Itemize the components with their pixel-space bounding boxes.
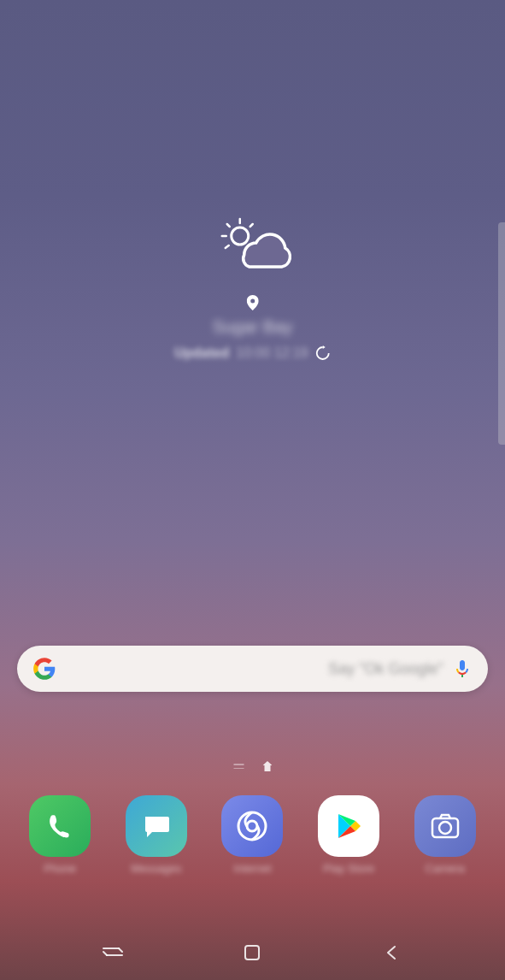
svg-rect-10 xyxy=(245,946,259,959)
app-label: Phone xyxy=(44,862,77,875)
back-icon xyxy=(383,943,402,962)
recents-icon xyxy=(102,945,124,960)
page-indicator[interactable] xyxy=(233,761,272,771)
refresh-icon[interactable] xyxy=(315,345,331,361)
app-label: Play Store xyxy=(323,862,374,875)
svg-point-6 xyxy=(238,812,266,840)
location-name: Sugar Bay xyxy=(213,317,292,337)
app-label: Camera xyxy=(426,862,465,875)
dock: Phone Messages Internet Play Stor xyxy=(0,795,505,875)
messages-icon xyxy=(126,795,187,857)
internet-app[interactable]: Internet xyxy=(221,795,283,875)
update-time: 10:00 12:19 xyxy=(236,345,308,361)
play-store-icon xyxy=(318,795,379,857)
update-label: Updated xyxy=(174,345,229,361)
weather-update-row: Updated 10:00 12:19 xyxy=(174,345,331,361)
app-label: Messages xyxy=(131,862,181,875)
google-logo-icon xyxy=(32,657,56,681)
location-area: Sugar Bay Updated 10:00 12:19 xyxy=(174,295,331,361)
google-search-bar[interactable]: Say "Ok Google" xyxy=(17,646,488,692)
svg-line-4 xyxy=(226,245,229,248)
home-icon xyxy=(243,943,261,962)
search-placeholder: Say "Ok Google" xyxy=(56,660,452,678)
app-label: Internet xyxy=(233,862,271,875)
camera-app[interactable]: Camera xyxy=(414,795,476,875)
edge-panel-handle[interactable] xyxy=(498,222,505,445)
home-button[interactable] xyxy=(239,940,265,965)
camera-icon xyxy=(414,795,476,857)
svg-point-5 xyxy=(232,227,249,245)
internet-icon xyxy=(221,795,283,857)
phone-icon xyxy=(29,795,91,857)
play-store-app[interactable]: Play Store xyxy=(318,795,379,875)
svg-point-9 xyxy=(439,822,451,834)
home-page-indicator-icon xyxy=(262,761,272,771)
svg-line-1 xyxy=(227,224,230,227)
phone-app[interactable]: Phone xyxy=(29,795,91,875)
weather-widget[interactable]: Sugar Bay Updated 10:00 12:19 xyxy=(174,214,331,361)
navigation-bar xyxy=(0,924,505,980)
svg-point-7 xyxy=(247,821,257,831)
apps-page-indicator-icon xyxy=(233,764,244,769)
partly-cloudy-icon xyxy=(210,214,296,274)
location-pin-icon xyxy=(247,295,259,310)
back-button[interactable] xyxy=(379,940,405,965)
voice-search-icon[interactable] xyxy=(452,658,473,679)
svg-line-2 xyxy=(250,224,253,227)
messages-app[interactable]: Messages xyxy=(126,795,187,875)
recents-button[interactable] xyxy=(100,940,126,965)
